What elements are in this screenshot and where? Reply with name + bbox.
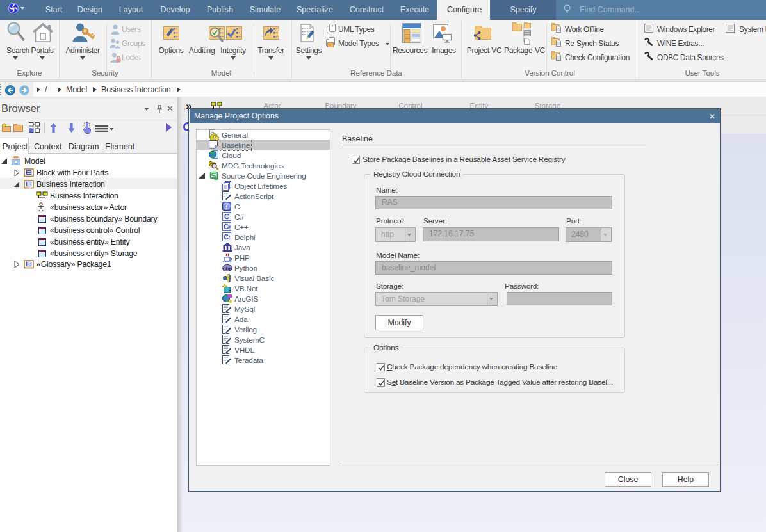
svg-text::: : (229, 234, 231, 241)
svg-text:php: php (223, 266, 232, 271)
svg-text:ƒ: ƒ (225, 203, 229, 210)
svg-text:C: C (224, 213, 229, 220)
svg-text:#: # (228, 225, 231, 229)
